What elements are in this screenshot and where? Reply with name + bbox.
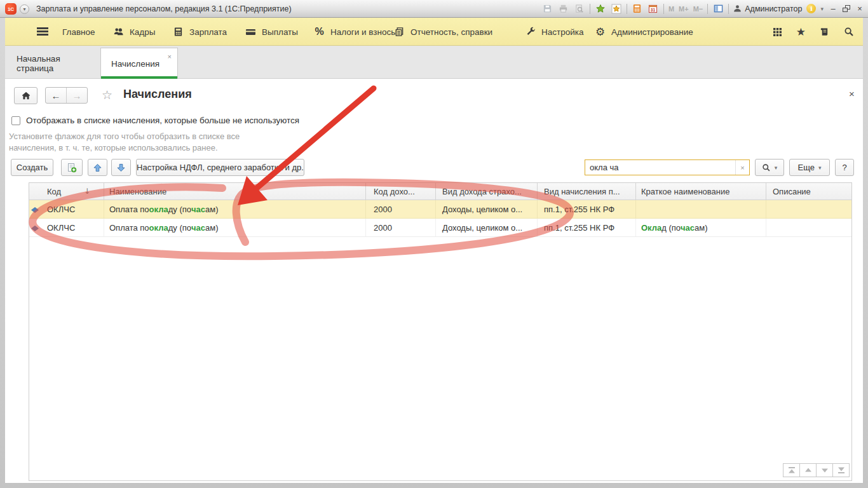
column-header-code[interactable]: Код↓ <box>29 183 104 200</box>
minimize-button[interactable]: – <box>828 4 838 13</box>
all-functions-grid-icon[interactable] <box>772 27 783 37</box>
calculator-icon <box>173 27 184 37</box>
column-header-description[interactable]: Описание <box>766 183 851 200</box>
memory-m-button[interactable]: M <box>668 5 674 13</box>
favorites-icon[interactable] <box>611 3 622 15</box>
cell-description <box>766 219 851 236</box>
show-unused-checkbox[interactable] <box>11 116 20 125</box>
cell-description <box>766 200 851 218</box>
create-button[interactable]: Создать <box>11 159 53 176</box>
calculator-icon[interactable] <box>632 3 643 15</box>
history-nav-group: ← → <box>45 87 88 104</box>
chevron-down-icon: ▾ <box>775 165 778 171</box>
split-window-icon[interactable] <box>712 3 724 15</box>
favorites-star-icon[interactable]: ★ <box>796 27 806 37</box>
arrow-up-icon <box>93 163 102 172</box>
menu-salary[interactable]: Зарплата <box>173 18 227 46</box>
cell-income-code: 2000 <box>366 219 436 236</box>
cell-insurance-income-kind: Доходы, целиком о... <box>436 219 538 236</box>
search-input[interactable] <box>585 163 735 172</box>
restore-button[interactable] <box>843 5 850 12</box>
add-favorite-icon[interactable] <box>595 3 606 15</box>
menu-payments[interactable]: Выплаты <box>245 18 298 46</box>
tabstrip: Начальная страница Начисления × <box>5 46 863 79</box>
page-title: Начисления <box>123 88 192 101</box>
go-last-button[interactable] <box>832 463 850 477</box>
forward-button[interactable]: → <box>67 88 87 103</box>
checkbox-label: Отображать в списке начисления, которые … <box>26 116 299 125</box>
cell-short-name <box>636 200 766 218</box>
hamburger-menu-icon[interactable] <box>37 27 48 36</box>
tab-accruals[interactable]: Начисления × <box>100 48 178 79</box>
back-button[interactable]: ← <box>46 88 67 103</box>
memory-m-plus-button[interactable]: M+ <box>679 5 689 13</box>
separator <box>627 4 627 14</box>
app-window: 1С ▾ Зарплата и управление персоналом, р… <box>0 0 868 488</box>
copy-document-icon <box>67 163 77 173</box>
save-icon[interactable] <box>542 3 553 15</box>
table-header: Код↓ Наименование Код дохо... Вид дохода… <box>29 183 851 200</box>
close-form-icon[interactable]: × <box>849 88 855 99</box>
system-menu-button[interactable]: ▾ <box>20 4 29 14</box>
cell-name: Оплата по окладу (по часам) <box>104 219 366 236</box>
go-up-button[interactable] <box>799 463 817 477</box>
accruals-form: ← → ☆ Начисления × Отображать в списке н… <box>5 79 863 483</box>
memory-m-minus-button[interactable]: M− <box>693 5 703 13</box>
search-icon[interactable] <box>843 27 854 37</box>
accruals-table: Код↓ Наименование Код дохо... Вид дохода… <box>29 182 852 481</box>
current-user[interactable]: Администратор <box>733 4 802 13</box>
close-window-button[interactable]: × <box>855 4 865 13</box>
move-down-button[interactable] <box>111 159 131 176</box>
titlebar: 1С ▾ Зарплата и управление персоналом, р… <box>0 0 868 18</box>
calendar-icon[interactable]: 31 <box>648 3 659 15</box>
wallet-icon <box>245 27 256 37</box>
help-button[interactable]: ? <box>835 159 854 176</box>
table-row[interactable]: ОКЛЧС Оплата по окладу (по часам) 2000 Д… <box>29 219 851 237</box>
menu-administration[interactable]: ⚙ Администрирование <box>595 18 693 46</box>
favorite-star-icon[interactable]: ☆ <box>102 89 112 101</box>
cell-accrual-kind: пп.1, ст.255 НК РФ <box>538 219 636 236</box>
search-icon <box>762 163 771 172</box>
hint-line-2: начисления, в т. ч. те, которые использо… <box>9 143 218 152</box>
sort-down-icon: ↓ <box>84 187 90 196</box>
search-box: × <box>585 159 750 175</box>
1c-logo-icon: 1С <box>5 3 17 15</box>
main-menu: Главное Кадры Зарплата Выплаты % Налоги … <box>5 18 863 46</box>
window-title: Зарплата и управление персоналом, редакц… <box>36 4 292 13</box>
user-name: Администратор <box>745 4 802 13</box>
ndfl-settings-button[interactable]: Настройка НДФЛ, среднего заработка и др. <box>136 159 304 176</box>
column-header-insurance-income-kind[interactable]: Вид дохода страхо... <box>436 183 538 200</box>
menu-reports[interactable]: Отчетность, справки <box>394 18 492 46</box>
menu-main[interactable]: Главное <box>62 18 95 46</box>
search-button[interactable]: ▾ <box>755 159 784 176</box>
move-up-button[interactable] <box>88 159 107 176</box>
home-button[interactable] <box>14 87 37 104</box>
go-down-button[interactable] <box>816 463 833 477</box>
wrench-icon <box>525 27 536 37</box>
column-header-accrual-kind[interactable]: Вид начисления п... <box>538 183 636 200</box>
menu-personnel[interactable]: Кадры <box>113 18 155 46</box>
chevron-down-icon[interactable]: ▾ <box>820 6 824 12</box>
more-button[interactable]: Еще ▾ <box>789 159 830 176</box>
column-header-short-name[interactable]: Краткое наименование <box>636 183 766 200</box>
column-header-income-code[interactable]: Код дохо... <box>366 183 436 200</box>
print-preview-icon[interactable] <box>574 3 585 15</box>
hint-line-1: Установите флажок для того чтобы отобраз… <box>9 132 240 141</box>
titlebar-tools: 31 M M+ M− Администратор i ▾ – × <box>542 0 865 17</box>
print-icon[interactable] <box>558 3 569 15</box>
menu-taxes[interactable]: % Налоги и взносы <box>314 18 397 46</box>
history-icon[interactable] <box>819 27 830 37</box>
report-doc-icon <box>394 27 405 37</box>
gear-icon: ⚙ <box>595 27 606 37</box>
clear-search-icon[interactable]: × <box>735 160 749 175</box>
info-icon[interactable]: i <box>806 4 816 13</box>
separator <box>728 4 729 14</box>
menu-settings[interactable]: Настройка <box>525 18 583 46</box>
tab-start-page[interactable]: Начальная страница <box>6 48 100 79</box>
column-header-name[interactable]: Наименование <box>104 183 366 200</box>
chevron-down-icon: ▾ <box>818 165 822 171</box>
close-tab-icon[interactable]: × <box>168 53 172 60</box>
table-row[interactable]: ОКЛЧС Оплата по окладу (по часам) 2000 Д… <box>29 200 851 219</box>
create-by-copy-button[interactable] <box>61 159 83 176</box>
go-first-button[interactable] <box>783 463 800 477</box>
